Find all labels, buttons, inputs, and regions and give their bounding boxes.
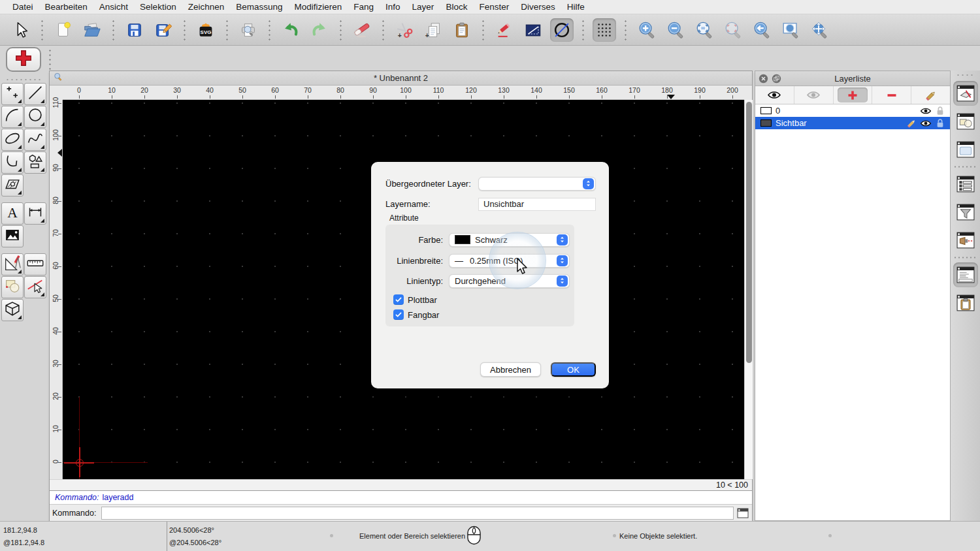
construct-tool-button[interactable] xyxy=(1,253,24,276)
redo-button[interactable] xyxy=(308,18,331,42)
zoom-window-button[interactable] xyxy=(779,18,802,42)
shapes-tool-button[interactable] xyxy=(24,151,46,174)
layer-list-panel-button[interactable] xyxy=(953,81,978,106)
menu-layer[interactable]: Layer xyxy=(406,2,440,12)
plottable-checkbox[interactable] xyxy=(393,294,404,305)
draft-mode-button[interactable] xyxy=(550,18,574,42)
points-tool-button[interactable] xyxy=(1,83,24,105)
edit-layer-button[interactable] xyxy=(911,86,950,104)
line-tool-button[interactable] xyxy=(24,83,46,105)
solid-tool-button[interactable] xyxy=(1,299,24,321)
undo-button[interactable] xyxy=(279,18,302,42)
command-input[interactable] xyxy=(101,507,734,520)
hide-inactive-layers-button[interactable] xyxy=(794,86,834,104)
ruler-number: 170 xyxy=(625,86,644,94)
line-attributes-button[interactable] xyxy=(521,18,545,42)
clipboard-panel-button[interactable] xyxy=(953,291,978,315)
menu-modifizieren[interactable]: Modifizieren xyxy=(289,2,348,12)
color-dropdown[interactable]: Schwarz xyxy=(449,233,570,247)
ruler-tick xyxy=(438,95,439,99)
dimension-tool-button[interactable] xyxy=(24,202,46,225)
menu-ansicht[interactable]: Ansicht xyxy=(93,2,134,12)
close-panel-icon[interactable] xyxy=(759,74,768,84)
layer-name-field[interactable]: Unsichtbar xyxy=(478,198,596,211)
parent-layer-dropdown[interactable] xyxy=(478,177,596,191)
menu-info[interactable]: Info xyxy=(380,2,406,12)
select-entity-tool-button[interactable] xyxy=(24,276,46,298)
line-width-dropdown[interactable]: — 0.25mm (ISO) xyxy=(449,254,570,268)
menu-block[interactable]: Block xyxy=(440,2,473,12)
menu-bearbeiten[interactable]: Bearbeiten xyxy=(39,2,93,12)
document-titlebar[interactable]: * Unbenannt 2 xyxy=(50,71,752,86)
palette-drag-handle[interactable] xyxy=(5,75,42,80)
circle-tool-button[interactable] xyxy=(24,106,46,128)
edit-attributes-button[interactable] xyxy=(493,18,516,42)
palette-row xyxy=(0,225,48,248)
modify-tool-button[interactable] xyxy=(1,276,24,298)
menu-zeichnen[interactable]: Zeichnen xyxy=(182,2,231,12)
ellipse-tool-button[interactable] xyxy=(1,129,24,151)
menu-bemassung[interactable]: Bemassung xyxy=(230,2,288,12)
entity-list-panel-button[interactable] xyxy=(953,172,978,197)
menu-hilfe[interactable]: Hilfe xyxy=(561,2,591,12)
new-document-button[interactable] xyxy=(52,18,75,42)
zoom-auto-button[interactable] xyxy=(693,18,716,42)
show-all-layers-button[interactable] xyxy=(755,86,794,104)
open-file-button[interactable] xyxy=(80,18,104,42)
zoom-previous-button[interactable] xyxy=(750,18,774,42)
layer-lock-icon[interactable] xyxy=(933,118,947,129)
layer-panel-header[interactable]: Layerliste xyxy=(755,71,950,86)
print-preview-icon xyxy=(238,20,258,40)
layer-row-0[interactable]: 0 xyxy=(755,104,950,117)
grid-toggle-button[interactable] xyxy=(593,18,616,42)
save-button[interactable] xyxy=(123,18,146,42)
layer-visibility-eye-icon[interactable] xyxy=(919,106,933,116)
zoom-pan-button[interactable] xyxy=(808,18,831,42)
library-browser-panel-button[interactable] xyxy=(953,137,978,162)
save-as-button[interactable] xyxy=(152,18,175,42)
selection-filter-panel-button[interactable] xyxy=(953,200,978,225)
spline-tool-button[interactable] xyxy=(24,129,46,151)
menu-fenster[interactable]: Fenster xyxy=(473,2,515,12)
layer-visibility-eye-icon[interactable] xyxy=(919,119,933,128)
reference-panel-button[interactable] xyxy=(953,228,978,253)
menu-datei[interactable]: Datei xyxy=(7,2,39,12)
horizontal-scroll-strip[interactable]: 10 < 100 xyxy=(50,479,752,490)
layer-edit-pencil-icon[interactable] xyxy=(904,118,919,129)
polyline-tool-button[interactable] xyxy=(1,151,24,174)
arc-tool-button[interactable] xyxy=(1,106,24,128)
menu-diverses[interactable]: Diverses xyxy=(515,2,561,12)
measure-tool-button[interactable] xyxy=(24,253,46,276)
cut-button[interactable]: + xyxy=(393,18,416,42)
command-window-icon[interactable] xyxy=(736,507,749,519)
menu-fang[interactable]: Fang xyxy=(348,2,380,12)
menu-selektion[interactable]: Selektion xyxy=(134,2,182,12)
hatch-tool-button[interactable] xyxy=(1,174,24,197)
print-preview-button[interactable] xyxy=(237,18,260,42)
layer-lock-icon[interactable] xyxy=(933,106,947,116)
delete-eraser-button[interactable] xyxy=(350,18,374,42)
image-tool-button[interactable] xyxy=(1,225,24,247)
vertical-scrollbar[interactable] xyxy=(744,100,753,479)
detach-panel-icon[interactable] xyxy=(772,74,781,84)
layer-row-sichtbar[interactable]: Sichtbar xyxy=(755,117,950,129)
svg-export-button[interactable]: SVG xyxy=(194,18,218,42)
zoom-in-button[interactable] xyxy=(635,18,659,42)
line-type-dropdown[interactable]: Durchgehend xyxy=(449,274,570,288)
ok-button[interactable]: OK xyxy=(551,362,596,377)
paste-button[interactable] xyxy=(450,18,474,42)
zoom-out-button[interactable] xyxy=(664,18,687,42)
select-arrow-button[interactable] xyxy=(9,18,33,42)
command-line-panel-button[interactable] xyxy=(953,262,978,287)
cancel-button[interactable]: Abbrechen xyxy=(480,362,541,377)
text-tool-button[interactable]: A xyxy=(1,202,24,225)
current-tool-button[interactable] xyxy=(6,47,41,72)
block-list-panel-button[interactable] xyxy=(953,109,978,134)
copy-button[interactable]: + xyxy=(421,18,445,42)
remove-layer-button[interactable] xyxy=(872,86,911,104)
selection-filter-panel-icon xyxy=(956,204,975,221)
snappable-checkbox[interactable] xyxy=(393,309,404,320)
add-layer-button[interactable] xyxy=(834,86,873,104)
dock-drag-handle[interactable] xyxy=(956,73,975,77)
vertical-scrollbar-thumb[interactable] xyxy=(746,102,752,363)
